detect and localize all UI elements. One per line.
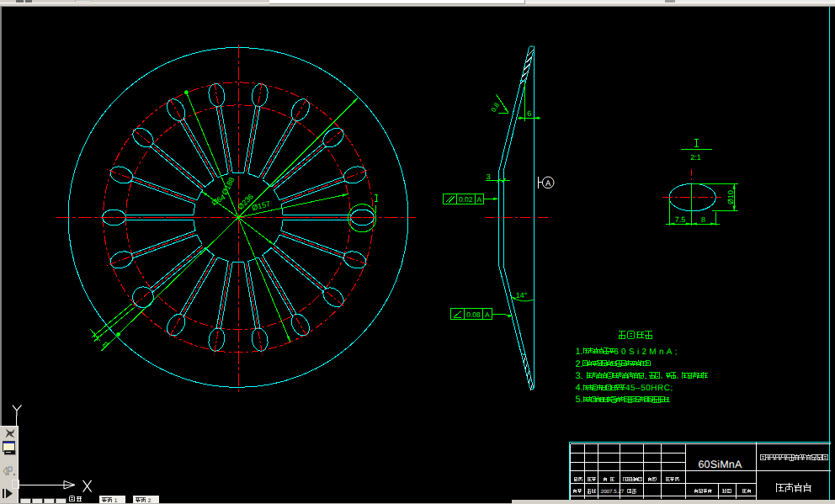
svg-text:60Si2MnA;: 60Si2MnA;	[614, 347, 680, 357]
svg-text:8: 8	[701, 215, 705, 224]
svg-text:0.08: 0.08	[466, 310, 481, 319]
svg-text:1.: 1.	[575, 347, 582, 357]
svg-text:6: 6	[527, 109, 531, 118]
svg-text:A: A	[545, 179, 551, 188]
svg-text:A: A	[476, 195, 481, 204]
svg-text:2:1: 2:1	[690, 153, 701, 162]
svg-text:0.02: 0.02	[459, 195, 473, 204]
svg-text:45–50HRC;: 45–50HRC;	[625, 384, 673, 393]
svg-text:4.: 4.	[575, 383, 582, 393]
svg-text:A: A	[485, 310, 490, 319]
svg-text:1: 1	[114, 498, 118, 504]
svg-text:2.: 2.	[575, 359, 582, 369]
svg-text:3.: 3.	[575, 371, 582, 381]
svg-text:2: 2	[148, 498, 152, 504]
svg-text:60SiMnA: 60SiMnA	[698, 459, 742, 470]
svg-text:3: 3	[487, 172, 491, 181]
svg-text:Ø10: Ø10	[726, 190, 735, 204]
svg-text:2007.5.27: 2007.5.27	[601, 489, 625, 495]
svg-text:5.: 5.	[575, 395, 582, 405]
svg-text:7.5: 7.5	[675, 215, 686, 224]
svg-text:14°: 14°	[516, 291, 528, 300]
